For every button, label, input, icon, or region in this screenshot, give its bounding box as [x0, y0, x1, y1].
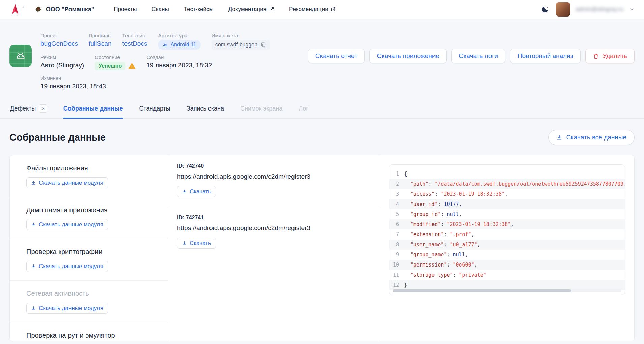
download-record-button[interactable]: Скачать — [177, 186, 216, 197]
module-title: Проверка криптографии — [26, 248, 160, 256]
line-number: 4 — [389, 199, 404, 209]
download-all-button[interactable]: Скачать все данные — [548, 130, 635, 145]
record-item: ID: 742740 https://android.apis.google.c… — [168, 155, 380, 207]
profile-link[interactable]: fullScan — [89, 40, 112, 48]
download-icon — [556, 134, 562, 140]
tab-standards[interactable]: Стандарты — [138, 99, 171, 119]
download-logs-button[interactable]: Скачать логи — [451, 49, 505, 63]
code-line: 5 "group_id": null, — [389, 209, 625, 219]
download-app-button[interactable]: Скачать приложение — [369, 49, 447, 63]
tab-label: Стандарты — [139, 105, 170, 112]
architecture-value: Android 11 — [170, 42, 196, 48]
button-label: Скачать логи — [459, 52, 498, 60]
tab-scan-recording[interactable]: Запись скана — [186, 99, 225, 119]
avatar[interactable] — [556, 2, 570, 17]
line-number: 12 — [389, 280, 404, 290]
stingray-logo-icon[interactable] — [9, 3, 21, 15]
nav-item-testcases[interactable]: Тест-кейсы — [184, 6, 214, 13]
code-lines: 1{2 "path": "/data/data/com.swdf.buggen/… — [389, 169, 625, 290]
scan-fields: Проект bugGenDocs Профиль fullScan Тест-… — [40, 33, 270, 95]
code-column: 1{2 "path": "/data/data/com.swdf.buggen/… — [380, 155, 634, 341]
theme-toggle-moon-icon[interactable] — [539, 4, 551, 15]
collected-data-card: Файлы приложения Скачать данные модуля Д… — [9, 155, 635, 341]
records-column: ID: 742740 https://android.apis.google.c… — [168, 155, 380, 341]
mode-value: Авто (Stingray) — [40, 62, 84, 69]
defects-count-badge: 3 — [39, 104, 47, 113]
download-icon — [31, 264, 36, 269]
module-title: Файлы приложения — [26, 164, 160, 172]
nav-label: Тест-кейсы — [184, 6, 214, 13]
code-line: 7 "extension": ".prof", — [389, 229, 625, 240]
user-email[interactable]: admin@stingray.ru — [576, 6, 623, 13]
delete-button[interactable]: Удалить — [585, 49, 635, 63]
line-number: 7 — [389, 229, 404, 240]
tab-log: Лог — [298, 99, 309, 119]
tab-collected-data[interactable]: Собранные данные — [63, 99, 124, 119]
status-badge: Успешно — [95, 62, 125, 70]
code-line: 4 "user_id": 10177, — [389, 199, 625, 209]
button-label: Скачать данные модуля — [39, 180, 103, 186]
download-module-button[interactable]: Скачать данные модуля — [26, 303, 108, 314]
field-label: Имя пакета — [212, 33, 270, 38]
module-cryptography: Проверка криптографии Скачать данные мод… — [10, 239, 168, 281]
record-url: https://android.apis.google.com/c2dm/reg… — [177, 224, 371, 232]
external-link-icon — [331, 7, 336, 12]
code-line: 12} — [389, 280, 625, 290]
modules-column: Файлы приложения Скачать данные модуля Д… — [10, 155, 168, 341]
record-url: https://android.apis.google.com/c2dm/reg… — [177, 173, 371, 180]
download-icon — [31, 306, 36, 311]
line-number: 11 — [389, 270, 404, 280]
download-module-button[interactable]: Скачать данные модуля — [26, 261, 108, 272]
field-label: Режим — [40, 54, 84, 60]
horizontal-scrollbar[interactable] — [393, 289, 621, 292]
warning-icon — [128, 62, 136, 70]
scan-header: Проект bugGenDocs Профиль fullScan Тест-… — [0, 19, 644, 95]
field-label: Изменен — [40, 75, 106, 81]
nav-item-recommendations[interactable]: Рекомендации — [289, 6, 336, 13]
download-module-button[interactable]: Скачать данные модуля — [26, 219, 108, 230]
field-modified: Изменен 19 января 2023, 18:43 — [40, 75, 106, 90]
download-icon — [182, 241, 187, 246]
rescan-button[interactable]: Повторный анализ — [510, 49, 581, 63]
module-title: Сетевая активность — [26, 290, 160, 298]
nav-label: Сканы — [151, 6, 169, 13]
field-label: Архитектура — [158, 33, 200, 38]
trash-icon — [593, 53, 599, 59]
code-line: 9 "group_name": null, — [389, 250, 625, 260]
line-number: 6 — [389, 219, 404, 229]
package-pill: com.swdf.buggen — [212, 40, 270, 50]
field-architecture: Архитектура — [158, 33, 200, 50]
button-label: Скачать отчёт — [315, 52, 358, 60]
scrollbar-thumb[interactable] — [393, 289, 571, 292]
record-id: ID: 742740 — [177, 163, 371, 169]
nav-item-scans[interactable]: Сканы — [151, 6, 169, 13]
button-label: Скачать приложение — [377, 52, 439, 60]
company-switcher[interactable]: ООО "Ромашка" — [34, 5, 94, 14]
android-app-icon — [9, 45, 32, 67]
button-label: Скачать данные модуля — [39, 221, 103, 228]
download-report-button[interactable]: Скачать отчёт — [308, 49, 365, 63]
tab-defects[interactable]: Дефекты 3 — [9, 99, 48, 119]
field-profile: Профиль fullScan — [89, 33, 112, 48]
created-value: 19 января 2023, 18:32 — [146, 62, 212, 69]
chevron-down-icon[interactable] — [629, 7, 635, 12]
field-label: Состояние — [95, 54, 136, 60]
project-link[interactable]: bugGenDocs — [40, 40, 78, 48]
download-record-button[interactable]: Скачать — [177, 238, 216, 249]
field-testcase: Тест-кейс testDocs — [122, 33, 147, 48]
nav-item-documentation[interactable]: Документация — [228, 6, 274, 13]
add-workspace-button[interactable]: + — [22, 4, 25, 9]
tab-label: Лог — [299, 105, 308, 112]
download-module-button[interactable]: Скачать данные модуля — [26, 177, 108, 188]
copy-icon[interactable] — [260, 42, 266, 48]
tab-label: Дефекты — [10, 105, 36, 112]
button-label: Скачать данные модуля — [39, 263, 103, 270]
modified-value: 19 января 2023, 18:43 — [40, 83, 106, 90]
nav-item-projects[interactable]: Проекты — [114, 6, 137, 13]
record-id: ID: 742741 — [177, 215, 371, 221]
testcase-link[interactable]: testDocs — [122, 40, 147, 48]
field-label: Профиль — [89, 33, 112, 38]
architecture-badge: Android 11 — [158, 40, 200, 50]
external-link-icon — [269, 7, 274, 12]
main-nav: Проекты Сканы Тест-кейсы Документация Ре… — [114, 6, 336, 13]
